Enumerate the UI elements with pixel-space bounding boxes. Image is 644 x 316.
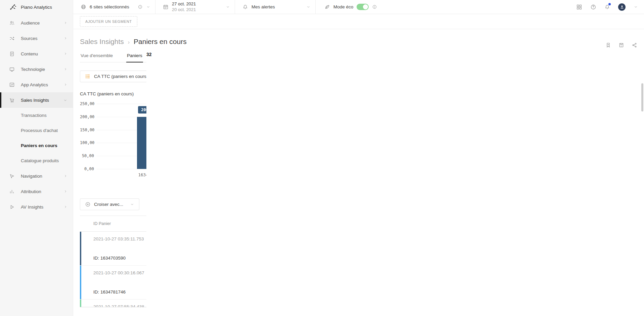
sources-icon [9, 35, 15, 41]
cross-with-label: Croiser avec... [94, 202, 123, 207]
sidebar-item-av-insights[interactable]: AV Insights [0, 199, 73, 215]
cross-with-dropdown[interactable]: Croiser avec... [80, 198, 139, 210]
total-metric-cell: 3248-16-33,3 % [564, 312, 623, 316]
chevron-down-icon [146, 5, 150, 9]
alerts-label: Mes alertes [251, 4, 275, 9]
sidebar-nav: AudienceSourcesContenuTechnologieApp Ana… [0, 14, 73, 215]
globe-icon [81, 4, 86, 10]
sidebar-item-sales-insights[interactable]: Sales Insights [0, 92, 73, 108]
segment-bar: AJOUTER UN SEGMENT [73, 14, 644, 29]
chart-ytick-label: 0,00 [80, 167, 94, 171]
sales-insights-icon [9, 97, 15, 103]
chevron-down-icon[interactable] [634, 5, 638, 9]
app-analytics-icon [9, 82, 15, 88]
leaf-icon [324, 4, 330, 10]
sidebar-item-label: Technologie [21, 67, 45, 72]
chevron-right-icon [63, 52, 67, 56]
sidebar-subitem-catalogue-produits[interactable]: Catalogue produits [0, 153, 73, 168]
chevron-right-icon [63, 205, 67, 209]
date-secondary: 20 oct. 2021 [172, 7, 196, 12]
chart-ytick-label: 250,00 [80, 101, 94, 106]
content: Sales Insights › Paniers en cours Vue d'… [73, 38, 644, 316]
brand-logo[interactable]: Piano Analytics [0, 0, 73, 14]
sidebar-item-contenu[interactable]: Contenu [0, 46, 73, 61]
sidebar-item-app-analytics[interactable]: App Analytics [0, 77, 73, 92]
calendar-icon [163, 4, 169, 10]
breadcrumb-separator-icon: › [128, 39, 130, 45]
breadcrumb-parent[interactable]: Sales Insights [80, 38, 124, 46]
total-value: 32 [146, 52, 644, 316]
chevron-right-icon [63, 36, 67, 40]
sidebar-subitem-paniers-en-cours[interactable]: Paniers en cours [0, 138, 73, 153]
sidebar-item-technologie[interactable]: Technologie [0, 61, 73, 77]
sidebar-item-label: App Analytics [21, 82, 48, 87]
apps-grid-icon[interactable] [576, 4, 582, 10]
sidebar-item-attribution[interactable]: Attribution [0, 184, 73, 199]
chevron-down-icon [63, 98, 67, 102]
chart-ytick-label: 200,00 [80, 115, 94, 119]
av-insights-icon [9, 204, 15, 210]
sidebar-item-label: Sources [21, 36, 38, 41]
date-primary: 27 oct. 2021 [172, 1, 196, 7]
page-title: Paniers en cours [134, 38, 187, 46]
sidebar-item-audience[interactable]: Audience [0, 15, 73, 31]
topbar-right-icons [576, 0, 644, 14]
cell-id-panier: 2021-10-27 00:30:16.067ID: 1634781746 [80, 266, 153, 299]
breadcrumb: Sales Insights › Paniers en cours [80, 38, 638, 46]
bell-icon [242, 4, 248, 10]
vertical-scrollbar[interactable] [641, 83, 643, 111]
piano-analytics-logo-icon [9, 3, 17, 11]
site-selector[interactable]: 6 sites sélectionnés [73, 0, 155, 14]
chevron-down-icon [306, 5, 311, 9]
topbar: 6 sites sélectionnés 27 oct. 2021 20 oct… [73, 0, 644, 14]
sidebar-item-label: Attribution [21, 189, 41, 194]
sidebar-item-navigation[interactable]: Navigation [0, 168, 73, 184]
save-report-icon[interactable] [618, 42, 624, 48]
eco-mode-control: Mode éco [316, 0, 382, 14]
sidebar-subitem-transactions[interactable]: Transactions [0, 108, 73, 123]
chart-ytick-label: 150,00 [80, 128, 94, 132]
chevron-right-icon [63, 67, 67, 71]
row-date: 2021-10-27 07:55:34.438 [93, 304, 148, 307]
alerts-menu[interactable]: Mes alertes [235, 0, 316, 14]
info-icon[interactable] [372, 4, 377, 9]
chevron-right-icon [63, 21, 67, 25]
data-table: ID PanierUtilisateur - Dernier ID (panie… [80, 216, 638, 316]
chevron-right-icon [63, 174, 67, 178]
brand-name: Piano Analytics [21, 5, 52, 10]
chevron-down-icon [226, 5, 230, 9]
notifications-bell-icon[interactable] [604, 4, 610, 10]
help-icon[interactable] [590, 4, 596, 10]
tab-paniers[interactable]: Paniers [126, 51, 143, 62]
chart-ytick-label: 50,00 [80, 153, 94, 158]
attribution-icon [9, 188, 15, 194]
info-icon[interactable] [138, 4, 143, 9]
sidebar-item-label: Audience [21, 20, 40, 26]
sidebar: Piano Analytics AudienceSourcesContenuTe… [0, 0, 73, 316]
sidebar-item-label: Contenu [21, 51, 38, 56]
sidebar-item-sources[interactable]: Sources [0, 31, 73, 46]
share-icon[interactable] [632, 42, 637, 48]
navigation-icon [9, 173, 15, 179]
sidebar-subitem-processus-d-achat[interactable]: Processus d'achat [0, 123, 73, 138]
tab-vue-d-ensemble[interactable]: Vue d'ensemble [80, 51, 113, 62]
notification-badge [608, 3, 611, 5]
row-date: 2021-10-27 03:35:11.753 [93, 236, 148, 241]
bookmark-add-icon[interactable] [605, 42, 611, 48]
chart-ytick-label: 100,00 [80, 140, 94, 145]
eco-mode-label: Mode éco [333, 4, 353, 9]
add-segment-button[interactable]: AJOUTER UN SEGMENT [80, 16, 137, 27]
row-id: ID: 1634703590 [93, 256, 148, 261]
audience-icon [9, 20, 15, 26]
metric-selector-label: CA TTC (paniers en cours) [94, 74, 148, 79]
date-range-picker[interactable]: 27 oct. 2021 20 oct. 2021 [155, 0, 235, 14]
user-avatar[interactable] [618, 3, 626, 11]
main-area: AJOUTER UN SEGMENT Sales Insights › Pani… [73, 14, 644, 316]
site-selector-label: 6 sites sélectionnés [90, 4, 129, 9]
contenu-icon [9, 51, 15, 57]
column-header-id-panier[interactable]: ID Panier [80, 216, 153, 231]
technologie-icon [9, 66, 15, 72]
chevron-right-icon [63, 83, 67, 87]
chevron-down-icon [130, 202, 134, 207]
eco-mode-toggle[interactable] [357, 4, 369, 10]
